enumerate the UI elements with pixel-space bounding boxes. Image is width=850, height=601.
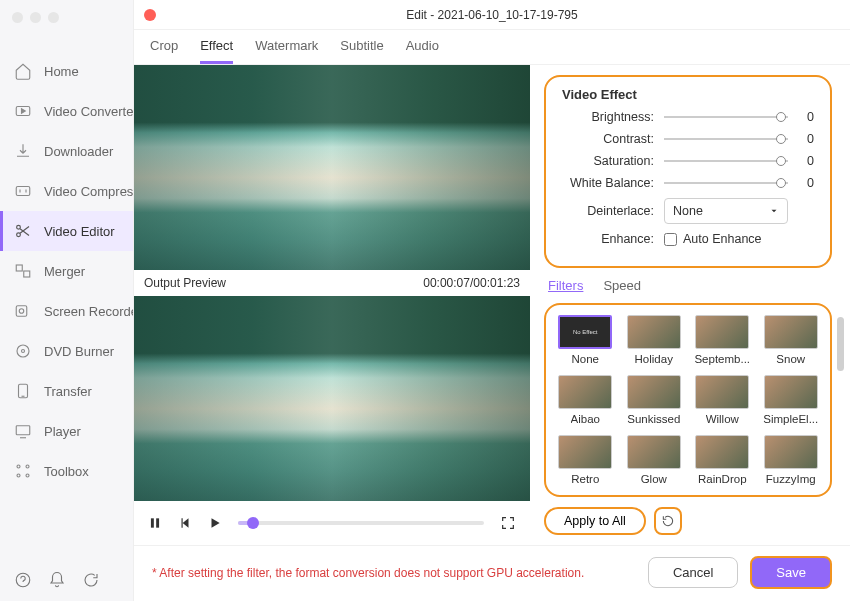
brightness-row: Brightness: 0 (562, 110, 814, 124)
sidebar-item-player[interactable]: Player (0, 411, 133, 451)
filter-aibao[interactable]: Aibao (556, 375, 615, 425)
pause-icon[interactable] (148, 516, 162, 530)
svg-point-13 (26, 465, 29, 468)
footer: * After setting the filter, the format c… (134, 545, 850, 601)
white-balance-slider[interactable] (664, 182, 788, 184)
sidebar-item-dvd-burner[interactable]: DVD Burner (0, 331, 133, 371)
contrast-label: Contrast: (562, 132, 654, 146)
reset-button[interactable] (654, 507, 682, 535)
filters-scrollbar[interactable] (837, 317, 844, 371)
svg-point-9 (22, 350, 25, 353)
sidebar-item-video-editor[interactable]: Video Editor (0, 211, 133, 251)
transfer-icon (14, 382, 32, 400)
cancel-button[interactable]: Cancel (648, 557, 738, 588)
sidebar-item-label: Video Compressor (44, 184, 133, 199)
deinterlace-row: Deinterlace: None (562, 198, 814, 224)
help-icon[interactable] (14, 571, 32, 589)
white-balance-value: 0 (798, 176, 814, 190)
sidebar-bottom (0, 559, 133, 601)
filter-glow[interactable]: Glow (625, 435, 684, 485)
prev-frame-icon[interactable] (178, 516, 192, 530)
sidebar-item-label: DVD Burner (44, 344, 114, 359)
filter-september[interactable]: Septemb... (693, 315, 752, 365)
filter-simpleelegant[interactable]: SimpleEl... (762, 375, 821, 425)
saturation-slider[interactable] (664, 160, 788, 162)
preview-output (134, 296, 530, 501)
tab-crop[interactable]: Crop (150, 38, 178, 64)
traffic-dot (12, 12, 23, 23)
scissors-icon (14, 222, 32, 240)
contrast-slider[interactable] (664, 138, 788, 140)
subtab-filters[interactable]: Filters (548, 278, 583, 293)
sidebar-item-video-compressor[interactable]: Video Compressor (0, 171, 133, 211)
filter-label: Septemb... (694, 353, 750, 365)
deinterlace-label: Deinterlace: (562, 204, 654, 218)
effect-panel: Video Effect Brightness: 0 Contrast: 0 S… (530, 65, 850, 545)
enhance-label: Enhance: (562, 232, 654, 246)
window-close-icon[interactable] (144, 9, 156, 21)
filter-fuzzyimg[interactable]: FuzzyImg (762, 435, 821, 485)
deinterlace-select[interactable]: None (664, 198, 788, 224)
saturation-label: Saturation: (562, 154, 654, 168)
sync-icon[interactable] (82, 571, 100, 589)
filter-label: FuzzyImg (766, 473, 816, 485)
sidebar-item-screen-recorder[interactable]: Screen Recorder (0, 291, 133, 331)
disc-icon (14, 342, 32, 360)
svg-point-16 (16, 573, 30, 587)
auto-enhance-checkbox[interactable]: Auto Enhance (664, 232, 762, 246)
filters-panel: No EffectNone Holiday Septemb... Snow Ai… (544, 303, 832, 497)
tab-watermark[interactable]: Watermark (255, 38, 318, 64)
enhance-row: Enhance: Auto Enhance (562, 232, 814, 246)
play-icon[interactable] (208, 516, 222, 530)
sidebar-item-video-converter[interactable]: Video Converter (0, 91, 133, 131)
sidebar-item-label: Video Editor (44, 224, 115, 239)
sidebar: Home Video Converter Downloader Video Co… (0, 0, 134, 601)
subtab-speed[interactable]: Speed (603, 278, 641, 293)
svg-rect-18 (156, 518, 159, 527)
tab-effect[interactable]: Effect (200, 38, 233, 64)
subtabs: Filters Speed (544, 278, 832, 293)
timecode: 00:00:07/00:01:23 (423, 276, 520, 290)
filter-raindrop[interactable]: RainDrop (693, 435, 752, 485)
titlebar: Edit - 2021-06-10_10-17-19-795 (134, 0, 850, 30)
seek-slider[interactable] (238, 521, 484, 525)
filter-snow[interactable]: Snow (762, 315, 821, 365)
filter-label: RainDrop (698, 473, 747, 485)
sidebar-item-toolbox[interactable]: Toolbox (0, 451, 133, 491)
save-button[interactable]: Save (750, 556, 832, 589)
sidebar-item-label: Player (44, 424, 81, 439)
svg-rect-4 (16, 265, 22, 271)
tab-subtitle[interactable]: Subtitle (340, 38, 383, 64)
filter-retro[interactable]: Retro (556, 435, 615, 485)
filter-sunkissed[interactable]: Sunkissed (625, 375, 684, 425)
preview-divider: Output Preview 00:00:07/00:01:23 (134, 270, 530, 296)
filter-label: Snow (776, 353, 805, 365)
svg-rect-1 (16, 187, 30, 196)
svg-point-14 (17, 474, 20, 477)
sidebar-item-merger[interactable]: Merger (0, 251, 133, 291)
brightness-slider[interactable] (664, 116, 788, 118)
filter-none[interactable]: No EffectNone (556, 315, 615, 365)
chevron-down-icon (769, 206, 779, 216)
edit-tabs: Crop Effect Watermark Subtitle Audio (134, 30, 850, 65)
tab-audio[interactable]: Audio (406, 38, 439, 64)
saturation-value: 0 (798, 154, 814, 168)
sidebar-item-home[interactable]: Home (0, 51, 133, 91)
svg-point-2 (17, 225, 21, 229)
white-balance-row: White Balance: 0 (562, 176, 814, 190)
filter-holiday[interactable]: Holiday (625, 315, 684, 365)
filter-willow[interactable]: Willow (693, 375, 752, 425)
sidebar-item-downloader[interactable]: Downloader (0, 131, 133, 171)
svg-point-15 (26, 474, 29, 477)
sidebar-item-label: Toolbox (44, 464, 89, 479)
filter-actions: Apply to All (544, 507, 832, 535)
filter-label: Aibao (571, 413, 600, 425)
sidebar-item-transfer[interactable]: Transfer (0, 371, 133, 411)
bell-icon[interactable] (48, 571, 66, 589)
download-icon (14, 142, 32, 160)
sidebar-nav: Home Video Converter Downloader Video Co… (0, 51, 133, 559)
auto-enhance-input[interactable] (664, 233, 677, 246)
apply-to-all-button[interactable]: Apply to All (544, 507, 646, 535)
svg-rect-11 (16, 426, 30, 435)
fullscreen-icon[interactable] (500, 515, 516, 531)
